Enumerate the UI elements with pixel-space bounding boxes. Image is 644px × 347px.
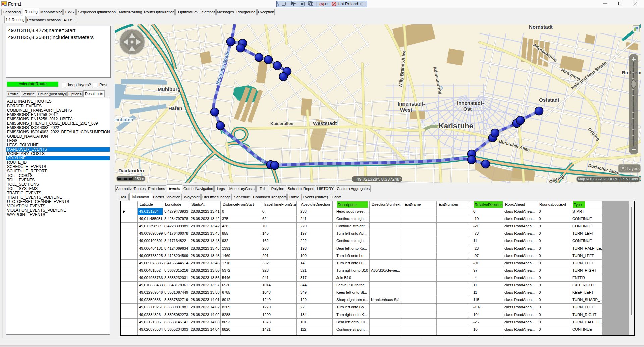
svg-text:Kaiserallee: Kaiserallee (270, 121, 293, 126)
svg-text:250 m: 250 m (134, 177, 145, 181)
svg-text:49,021328°, 8,337248°: 49,021328°, 8,337248° (357, 177, 401, 182)
svg-text:Innenstadt-: Innenstadt- (398, 101, 425, 107)
svg-text:Layers: Layers (627, 166, 640, 171)
svg-text:Hot Reload: Hot Reload (338, 2, 358, 6)
svg-text:West: West (400, 107, 412, 113)
svg-text:Oststadt: Oststadt (539, 97, 559, 103)
svg-text:Hafen: Hafen (168, 105, 182, 111)
svg-text:11: 11 (324, 2, 328, 6)
svg-text:{o}: {o} (319, 2, 325, 6)
svg-text:Mühlburg: Mühlburg (158, 86, 180, 92)
svg-text:einhafen: einhafen (115, 117, 133, 122)
svg-text:Daxlanden: Daxlanden (118, 168, 144, 174)
svg-text:Nordstadt: Nordstadt (529, 24, 553, 30)
svg-text:Karlsruhe: Karlsruhe (439, 122, 473, 130)
svg-text:Weststadt: Weststadt (313, 120, 337, 126)
svg-text:Map © 1987 -2023 HERE / PTV Gm: Map © 1987 -2023 HERE / PTV GmbH (578, 177, 640, 181)
svg-text:Innenstadt-: Innenstadt- (457, 100, 484, 106)
svg-text:Ost: Ost (463, 106, 472, 112)
